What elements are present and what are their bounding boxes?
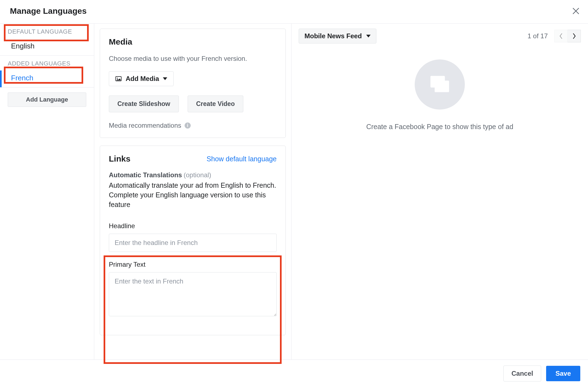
links-card: Links Show default language Automatic Tr…	[100, 146, 286, 335]
show-default-language-link[interactable]: Show default language	[207, 155, 277, 163]
create-video-button[interactable]: Create Video	[188, 96, 243, 112]
added-languages-label: ADDED LANGUAGES	[0, 56, 94, 70]
optional-label: (optional)	[184, 171, 211, 179]
automatic-translations-help: Automatically translate your ad from Eng…	[109, 181, 277, 209]
preview-placement-dropdown[interactable]: Mobile News Feed	[299, 29, 376, 43]
preview-placement-label: Mobile News Feed	[304, 32, 362, 40]
dialog-footer: Cancel Save	[0, 359, 588, 387]
svg-rect-3	[435, 81, 449, 92]
preview-panel: Mobile News Feed 1 of 17 Create a F	[292, 24, 588, 359]
next-preview-button[interactable]	[568, 30, 581, 42]
prev-preview-button[interactable]	[554, 30, 568, 42]
image-icon	[115, 75, 122, 82]
chevron-down-icon	[366, 35, 371, 37]
preview-placeholder-text: Create a Facebook Page to show this type…	[299, 123, 581, 131]
chevron-down-icon	[163, 77, 167, 80]
save-button[interactable]: Save	[546, 366, 580, 381]
center-panel: Media Choose media to use with your Fren…	[94, 24, 292, 359]
headline-input[interactable]	[109, 234, 277, 252]
primary-text-label: Primary Text	[109, 261, 277, 268]
headline-label: Headline	[109, 222, 277, 230]
preview-placeholder-icon	[415, 59, 465, 110]
media-card: Media Choose media to use with your Fren…	[100, 29, 286, 138]
media-recommendations-label: Media recommendations	[109, 122, 181, 129]
automatic-translations-label: Automatic Translations	[109, 171, 182, 179]
sidebar-item-english[interactable]: English	[0, 39, 94, 56]
add-media-button[interactable]: Add Media	[109, 71, 174, 86]
language-sidebar: DEFAULT LANGUAGE English ADDED LANGUAGES…	[0, 24, 94, 359]
add-language-button[interactable]: Add Language	[8, 92, 86, 107]
info-icon[interactable]: i	[185, 122, 191, 129]
svg-point-1	[117, 78, 118, 79]
page-count: 1 of 17	[528, 32, 548, 40]
media-card-title: Media	[109, 37, 277, 47]
media-choose-text: Choose media to use with your French ver…	[109, 55, 277, 62]
links-card-title: Links	[109, 154, 130, 163]
dialog-header: Manage Languages	[0, 0, 588, 24]
close-icon[interactable]	[571, 7, 580, 15]
primary-text-input[interactable]	[109, 272, 277, 316]
add-media-label: Add Media	[126, 75, 159, 83]
create-slideshow-button[interactable]: Create Slideshow	[109, 96, 179, 112]
preview-pager: 1 of 17	[528, 30, 581, 42]
cancel-button[interactable]: Cancel	[503, 366, 541, 381]
dialog-title: Manage Languages	[10, 6, 87, 16]
default-language-label: DEFAULT LANGUAGE	[0, 24, 94, 39]
sidebar-item-french[interactable]: French	[0, 70, 94, 88]
